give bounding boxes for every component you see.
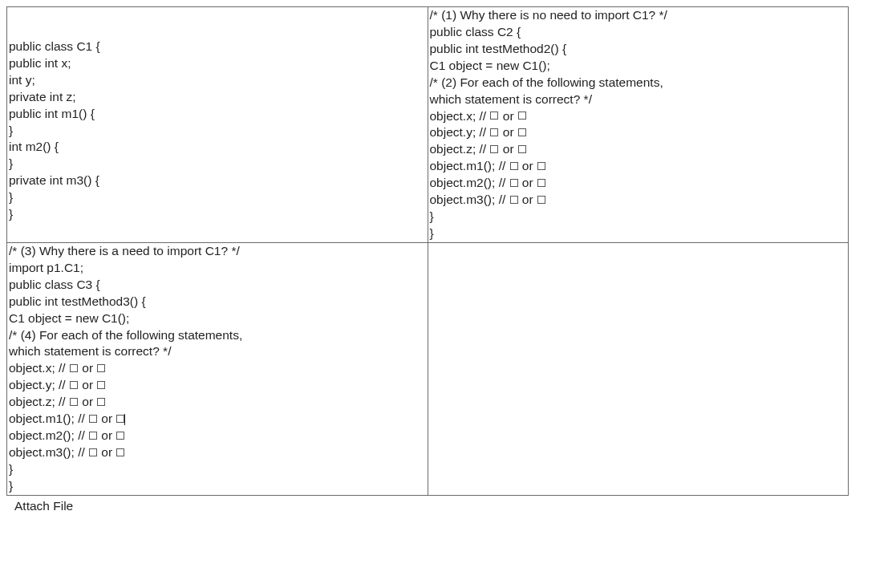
- checkbox-icon: [97, 398, 105, 406]
- checkbox-icon: [97, 381, 105, 389]
- checkbox-icon: [537, 196, 545, 204]
- checkbox-icon: [537, 162, 545, 170]
- code-c2: /* (1) Why there is no need to import C1…: [430, 7, 847, 242]
- checkbox-icon: [70, 381, 78, 389]
- checkbox-icon: [89, 432, 97, 440]
- checkbox-icon: [490, 112, 498, 120]
- checkbox-icon: [537, 179, 545, 187]
- cell-c3: /* (3) Why there is a need to import C1?…: [7, 242, 428, 495]
- code-c3: /* (3) Why there is a need to import C1?…: [9, 243, 426, 495]
- checkbox-icon: [116, 415, 124, 423]
- text-cursor: [124, 414, 125, 425]
- checkbox-icon: [116, 432, 124, 440]
- code-table: public class C1 { public int x; int y; p…: [6, 6, 849, 496]
- checkbox-icon: [510, 196, 518, 204]
- checkbox-icon: [518, 145, 526, 153]
- checkbox-icon: [490, 128, 498, 136]
- checkbox-icon: [490, 145, 498, 153]
- checkbox-icon: [510, 162, 518, 170]
- checkbox-icon: [518, 112, 526, 120]
- checkbox-icon: [89, 448, 97, 456]
- cell-c1: public class C1 { public int x; int y; p…: [7, 7, 428, 243]
- checkbox-icon: [518, 128, 526, 136]
- code-c1: public class C1 { public int x; int y; p…: [9, 7, 426, 223]
- checkbox-icon: [97, 364, 105, 372]
- cell-c2: /* (1) Why there is no need to import C1…: [428, 7, 849, 243]
- checkbox-icon: [116, 448, 124, 456]
- checkbox-icon: [70, 364, 78, 372]
- checkbox-icon: [89, 415, 97, 423]
- checkbox-icon: [70, 398, 78, 406]
- cell-empty: [428, 242, 849, 495]
- attach-file-label[interactable]: Attach File: [14, 499, 890, 513]
- checkbox-icon: [510, 179, 518, 187]
